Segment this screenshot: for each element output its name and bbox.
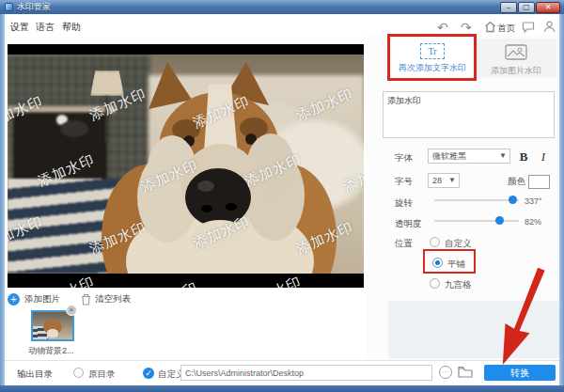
- rotate-slider[interactable]: [434, 196, 519, 204]
- window-border-right: [559, 14, 564, 392]
- menu-help[interactable]: 帮助: [62, 21, 81, 34]
- text-tool-icon: Tr: [420, 43, 445, 59]
- convert-button[interactable]: 转换: [484, 365, 556, 381]
- redo-icon[interactable]: ↷: [461, 18, 472, 37]
- watermark-text-input[interactable]: 添加水印: [383, 91, 555, 138]
- radio-position-tile[interactable]: [432, 258, 443, 268]
- app-icon: [5, 3, 13, 11]
- file-actions-row: + 添加图片 清空列表: [8, 291, 151, 306]
- folder-icon[interactable]: [458, 366, 473, 378]
- size-select[interactable]: 28▼: [428, 173, 460, 188]
- feedback-icon[interactable]: [522, 21, 535, 33]
- menu-language[interactable]: 语言: [36, 21, 55, 34]
- radio-position-grid[interactable]: [430, 278, 440, 289]
- size-label: 字号: [395, 176, 413, 188]
- chevron-down-icon: ▼: [448, 174, 456, 187]
- title-bar: 水印管家: [0, 0, 564, 14]
- home-icon[interactable]: [484, 21, 496, 33]
- close-button[interactable]: ✕: [536, 2, 560, 13]
- window-border-left: [0, 14, 5, 392]
- radio-position-custom[interactable]: [430, 237, 440, 247]
- opacity-slider[interactable]: [434, 216, 519, 225]
- clear-list-button[interactable]: 清空列表: [81, 293, 151, 306]
- thumbnail-label: 动物背景2...: [28, 345, 74, 357]
- photo-dog: [8, 55, 364, 274]
- output-path-input[interactable]: [180, 365, 432, 381]
- opacity-label: 透明度: [395, 218, 422, 230]
- bold-button[interactable]: B: [515, 149, 532, 165]
- radio-original-dir[interactable]: [73, 368, 84, 378]
- undo-icon[interactable]: ↶: [437, 18, 448, 37]
- add-image-button[interactable]: + 添加图片: [8, 293, 81, 306]
- radio-original-dir-label[interactable]: 原目录: [88, 368, 116, 381]
- menu-settings[interactable]: 设置: [10, 21, 29, 34]
- home-label[interactable]: 首页: [497, 23, 515, 35]
- opacity-slider-handle[interactable]: [495, 216, 504, 225]
- radio-position-custom-label[interactable]: 自定义: [445, 238, 472, 250]
- color-label: 颜色: [508, 176, 525, 188]
- tab-image-watermark-label: 添加图片水印: [476, 65, 556, 77]
- position-label: 位置: [395, 238, 413, 250]
- opacity-value: 82%: [525, 217, 541, 227]
- tab-text-watermark[interactable]: Tr 再次添加文字水印: [392, 39, 473, 78]
- minimize-button[interactable]: –: [500, 2, 517, 13]
- browse-dots-button[interactable]: ···: [439, 366, 452, 379]
- image-tool-icon: [505, 44, 527, 60]
- rotate-slider-handle[interactable]: [509, 196, 517, 204]
- panel-footer-block: [388, 301, 559, 358]
- trash-icon: [81, 293, 91, 306]
- window-title: 水印管家: [17, 1, 51, 13]
- plus-icon: +: [8, 293, 20, 306]
- radio-position-grid-label[interactable]: 九宫格: [445, 279, 472, 291]
- user-icon[interactable]: [543, 21, 556, 33]
- italic-button[interactable]: I: [535, 149, 552, 165]
- window-border-bottom: [0, 385, 564, 392]
- color-swatch[interactable]: [528, 175, 550, 189]
- output-dir-label: 输出目录: [17, 368, 53, 381]
- rotate-value: 337°: [525, 196, 542, 206]
- preview-photo: [8, 55, 364, 274]
- chevron-down-icon: ▼: [499, 149, 507, 163]
- maximize-button[interactable]: ▢: [518, 2, 535, 13]
- tab-image-watermark[interactable]: 添加图片水印: [475, 39, 556, 78]
- font-select[interactable]: 微软雅黑▼: [428, 149, 510, 164]
- preview-area: 添加水印 添加水印 添加水印 添加水印 添加水印 添加水印 添加水印 添加水印 …: [8, 44, 364, 288]
- thumbnail-remove-icon[interactable]: ✕: [66, 305, 77, 316]
- checkbox-custom-dir[interactable]: ✓: [143, 368, 154, 379]
- window-controls: – ▢ ✕: [500, 2, 560, 13]
- radio-position-tile-label[interactable]: 平铺: [447, 259, 465, 271]
- font-label: 字体: [395, 152, 413, 165]
- rotate-label: 旋转: [395, 197, 413, 210]
- tab-text-watermark-label: 再次添加文字水印: [392, 62, 473, 74]
